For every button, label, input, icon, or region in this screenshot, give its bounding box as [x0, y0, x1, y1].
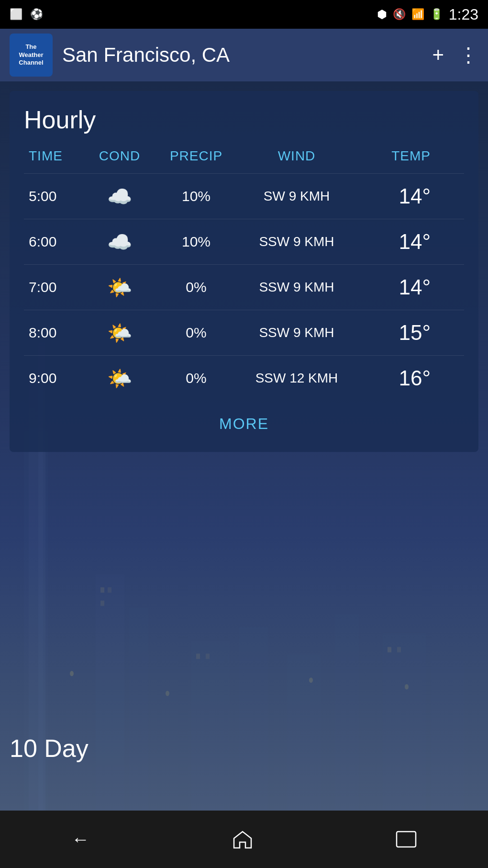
svg-point-19	[166, 691, 169, 696]
row-time: 6:00	[29, 234, 86, 250]
row-temp: 14°	[354, 184, 431, 208]
ten-day-section: 10 Day	[10, 734, 89, 763]
svg-rect-9	[383, 634, 426, 839]
cloudy-icon: ☁️	[107, 185, 132, 208]
row-time: 7:00	[29, 279, 86, 295]
table-row: 9:00 🌤️ 0% SSW 12 KMH 16°	[24, 355, 464, 401]
menu-button[interactable]: ⋮	[458, 45, 478, 65]
status-bar-right: ⬢ 🔇 📶 🔋 1:23	[377, 6, 478, 23]
svg-rect-8	[335, 614, 359, 839]
table-row: 7:00 🌤️ 0% SSW 9 KMH 14°	[24, 264, 464, 310]
row-temp: 14°	[354, 275, 431, 299]
svg-rect-14	[196, 654, 200, 659]
status-bar: ⬜ ⚽ ⬢ 🔇 📶 🔋 1:23	[0, 0, 488, 29]
row-time: 9:00	[29, 370, 86, 386]
row-cond: ☁️	[86, 185, 153, 208]
image-icon: ⬜	[10, 8, 22, 21]
row-temp: 14°	[354, 230, 431, 254]
svg-rect-4	[129, 607, 148, 839]
row-time: 5:00	[29, 188, 86, 204]
col-precip: PRECIP	[153, 148, 239, 164]
row-precip: 10%	[153, 188, 239, 204]
partly-cloudy-icon: 🌤️	[107, 367, 132, 390]
more-button-container: MORE	[24, 401, 464, 442]
table-row: 6:00 ☁️ 10% SSW 9 KMH 14°	[24, 219, 464, 264]
svg-point-21	[405, 684, 409, 689]
col-wind: WIND	[239, 148, 354, 164]
recents-button[interactable]	[381, 826, 431, 853]
battery-icon: 🔋	[430, 8, 443, 21]
ten-day-title: 10 Day	[10, 734, 89, 762]
col-temp: TEMP	[354, 148, 431, 164]
row-cond: 🌤️	[86, 276, 153, 299]
row-cond: ☁️	[86, 230, 153, 254]
svg-rect-13	[100, 600, 104, 606]
row-wind: SSW 9 KMH	[239, 234, 354, 249]
row-cond: 🌤️	[86, 321, 153, 345]
add-location-button[interactable]: +	[432, 45, 444, 65]
app-header: The Weather Channel San Francisco, CA + …	[0, 29, 488, 81]
mute-icon: 🔇	[393, 8, 406, 21]
main-content: Hourly TIME COND PRECIP WIND TEMP 5:00 ☁…	[0, 81, 488, 452]
col-cond: COND	[86, 148, 153, 164]
bluetooth-icon: ⬢	[377, 8, 387, 21]
partly-cloudy-icon: 🌤️	[107, 276, 132, 299]
soccer-icon: ⚽	[30, 8, 43, 21]
back-button[interactable]: ←	[57, 824, 104, 855]
svg-rect-11	[100, 587, 104, 593]
svg-rect-5	[191, 640, 230, 839]
bottom-navigation: ←	[0, 811, 488, 868]
row-temp: 16°	[354, 366, 431, 390]
svg-rect-17	[397, 647, 401, 652]
status-time: 1:23	[449, 6, 478, 23]
home-button[interactable]	[218, 824, 267, 855]
more-button[interactable]: MORE	[219, 415, 269, 433]
svg-rect-6	[239, 627, 268, 839]
col-time: TIME	[29, 148, 86, 164]
row-wind: SSW 9 KMH	[239, 325, 354, 340]
logo-text: The Weather Channel	[19, 43, 43, 68]
svg-rect-3	[96, 574, 124, 839]
status-bar-left: ⬜ ⚽	[10, 8, 43, 21]
app-logo: The Weather Channel	[10, 34, 53, 77]
row-time: 8:00	[29, 325, 86, 341]
header-actions: + ⋮	[432, 45, 478, 65]
svg-rect-12	[108, 587, 111, 593]
row-temp: 15°	[354, 321, 431, 345]
row-precip: 0%	[153, 279, 239, 295]
row-wind: SSW 9 KMH	[239, 280, 354, 295]
svg-point-18	[70, 671, 74, 676]
row-precip: 0%	[153, 325, 239, 341]
cloudy-icon: ☁️	[107, 230, 132, 254]
table-header: TIME COND PRECIP WIND TEMP	[24, 148, 464, 164]
svg-rect-16	[388, 647, 391, 652]
row-wind: SSW 12 KMH	[239, 371, 354, 386]
hourly-card: Hourly TIME COND PRECIP WIND TEMP 5:00 ☁…	[10, 91, 478, 452]
table-row: 8:00 🌤️ 0% SSW 9 KMH 15°	[24, 310, 464, 355]
row-precip: 10%	[153, 234, 239, 250]
hourly-title: Hourly	[24, 105, 464, 134]
row-cond: 🌤️	[86, 367, 153, 390]
partly-cloudy-icon: 🌤️	[107, 321, 132, 345]
row-wind: SW 9 KMH	[239, 189, 354, 204]
svg-point-20	[309, 677, 313, 683]
signal-icon: 📶	[411, 8, 424, 21]
row-precip: 0%	[153, 370, 239, 386]
svg-rect-22	[397, 832, 416, 847]
table-row: 5:00 ☁️ 10% SW 9 KMH 14°	[24, 173, 464, 219]
city-name: San Francisco, CA	[62, 44, 432, 67]
svg-rect-15	[206, 654, 210, 659]
